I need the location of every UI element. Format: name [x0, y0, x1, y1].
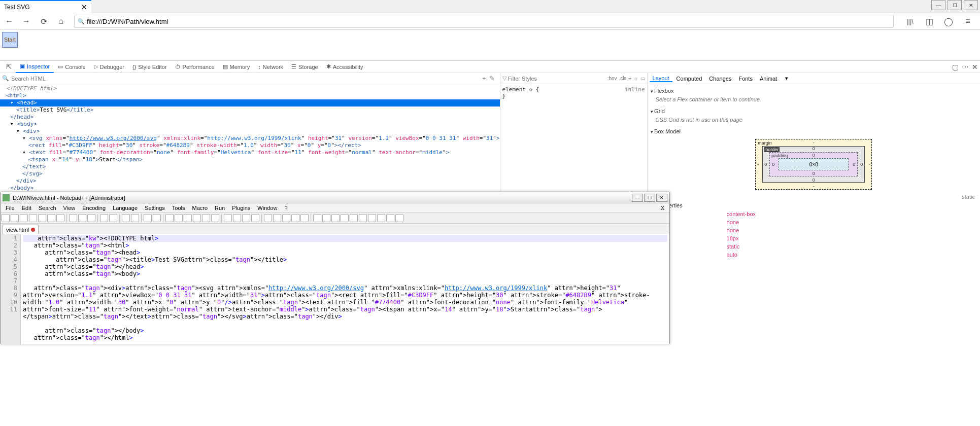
boxmodel-section[interactable]: Box Model	[651, 127, 977, 136]
tab-memory[interactable]: ▤ Memory	[219, 61, 254, 73]
close-tab-icon[interactable]: ✕	[81, 3, 87, 11]
title-node[interactable]: <title>Test SVG</title>	[0, 106, 500, 114]
head-node-selected[interactable]: ▾ <head>	[0, 99, 500, 106]
props-section[interactable]: l Properties	[651, 201, 977, 210]
npp-titlebar[interactable]: D:\WIN\view.html - Notepad++ [Administra…	[1, 192, 669, 203]
tb-close-icon[interactable]	[38, 214, 46, 222]
menu-window[interactable]: Window	[254, 205, 280, 211]
eyedropper-icon[interactable]: ✎	[489, 75, 495, 82]
tb-replace-icon[interactable]	[131, 214, 139, 222]
tb-misc8-icon[interactable]	[377, 214, 385, 222]
tb-redo-icon[interactable]	[109, 214, 117, 222]
text-close[interactable]: </text>	[0, 163, 500, 170]
tb-playmulti-icon[interactable]	[291, 214, 299, 222]
tb-zoomin-icon[interactable]	[144, 214, 152, 222]
tb-paste-icon[interactable]	[87, 214, 95, 222]
tab-inspector[interactable]: ▣ Inspector	[16, 61, 54, 73]
menu-file[interactable]: File	[3, 205, 18, 211]
close-window-icon[interactable]: ✕	[964, 0, 978, 10]
menu-icon[interactable]: ≡	[961, 14, 975, 28]
tb-cut-icon[interactable]	[69, 214, 77, 222]
menu-edit[interactable]: Edit	[19, 205, 35, 211]
tb-func-icon[interactable]	[242, 214, 250, 222]
tab-accessibility[interactable]: ✱ Accessibility	[322, 61, 367, 73]
grid-section[interactable]: Grid	[651, 106, 977, 116]
url-bar[interactable]: 🔍	[74, 15, 894, 28]
maximize-icon[interactable]: ☐	[948, 0, 962, 10]
npp-file-tab[interactable]: view.html	[3, 225, 39, 234]
tb-misc9-icon[interactable]	[386, 214, 394, 222]
filter-styles-input[interactable]	[508, 76, 605, 82]
reload-button[interactable]: ⟳	[37, 14, 51, 28]
notepadpp-window[interactable]: D:\WIN\view.html - Notepad++ [Administra…	[0, 192, 670, 344]
more-icon[interactable]: ▾	[782, 75, 791, 82]
tb-play-icon[interactable]	[282, 214, 290, 222]
tab-network[interactable]: ↕ Network	[254, 61, 287, 73]
tb-savemacro-icon[interactable]	[300, 214, 309, 222]
tb-copy-icon[interactable]	[78, 214, 86, 222]
tb-unfold-icon[interactable]	[211, 214, 219, 222]
close-devtools-icon[interactable]: ✕	[972, 63, 978, 71]
start-svg-button[interactable]: Start	[2, 32, 18, 48]
npp-maximize-icon[interactable]: ☐	[644, 194, 655, 202]
tb-fold-icon[interactable]	[202, 214, 210, 222]
menu-search[interactable]: Search	[36, 205, 59, 211]
browser-tab[interactable]: Test SVG ✕	[0, 0, 91, 13]
npp-x-label[interactable]: X	[658, 205, 667, 211]
menu-settings[interactable]: Settings	[142, 205, 168, 211]
sidebar-icon[interactable]: ◫	[922, 14, 936, 28]
home-button[interactable]: ⌂	[54, 14, 68, 28]
tb-misc6-icon[interactable]	[359, 214, 367, 222]
tb-open-icon[interactable]	[11, 214, 19, 222]
flexbox-section[interactable]: Flexbox	[651, 86, 977, 95]
menu-help[interactable]: ?	[281, 205, 290, 211]
tspan-node[interactable]: <tspan x="14" y="18">Start</tspan>	[0, 156, 500, 163]
svg-open[interactable]: ▾ <svg xmlns="http://www.w3.org/2000/svg…	[0, 135, 500, 142]
menu-language[interactable]: Language	[110, 205, 141, 211]
tb-uncomment-icon[interactable]	[233, 214, 241, 222]
svg-close[interactable]: </svg>	[0, 170, 500, 178]
minimize-icon[interactable]: —	[931, 0, 945, 10]
head-close[interactable]: </head>	[0, 114, 500, 121]
hov-toggle[interactable]: :hov	[607, 76, 617, 81]
tb-closeall-icon[interactable]	[47, 214, 55, 222]
box-model-diagram[interactable]: margin - - - - border 0 0 0 0 padding 0 …	[755, 139, 872, 190]
tab-storage[interactable]: ☰ Storage	[287, 61, 322, 73]
light-icon[interactable]: ☼	[633, 76, 638, 81]
tb-comment-icon[interactable]	[224, 214, 232, 222]
url-input[interactable]	[87, 18, 890, 25]
tb-misc7-icon[interactable]	[368, 214, 376, 222]
div-close[interactable]: </div>	[0, 178, 500, 185]
tb-misc3-icon[interactable]	[331, 214, 340, 222]
body-close[interactable]: </body>	[0, 185, 500, 192]
code-area[interactable]: attrn">class="kw"><!DOCTYPE html> attrn"…	[21, 234, 669, 344]
menu-tools[interactable]: Tools	[169, 205, 188, 211]
tb-misc1-icon[interactable]	[313, 214, 321, 222]
menu-plugins[interactable]: Plugins	[229, 205, 253, 211]
tb-saveall-icon[interactable]	[29, 214, 37, 222]
account-icon[interactable]: ◯	[941, 14, 956, 28]
add-rule-icon[interactable]: +	[629, 76, 632, 81]
tab-console[interactable]: ▭ Console	[54, 61, 89, 73]
tb-new-icon[interactable]	[2, 214, 10, 222]
computed-tab[interactable]: Computed	[673, 76, 705, 82]
div-open[interactable]: ▾ <div>	[0, 128, 500, 135]
tb-zoomout-icon[interactable]	[153, 214, 161, 222]
tb-misc4-icon[interactable]	[341, 214, 349, 222]
tb-stop-icon[interactable]	[273, 214, 281, 222]
fonts-tab[interactable]: Fonts	[735, 76, 756, 82]
pick-element-icon[interactable]: ⇱	[2, 61, 16, 73]
html-open[interactable]: <html>	[6, 92, 26, 99]
menu-run[interactable]: Run	[212, 205, 228, 211]
search-html-input[interactable]	[11, 76, 479, 82]
text-open[interactable]: ▾ <text fill="#774400" font-decoration="…	[0, 149, 500, 156]
tb-save-icon[interactable]	[20, 214, 28, 222]
options-icon[interactable]: ⋯	[962, 63, 969, 71]
npp-minimize-icon[interactable]: —	[632, 194, 643, 202]
tb-rec-icon[interactable]	[264, 214, 272, 222]
add-node-icon[interactable]: +	[482, 75, 486, 82]
npp-editor[interactable]: 1234567891011 attrn">class="kw"><!DOCTYP…	[1, 234, 669, 344]
npp-close-icon[interactable]: ✕	[656, 194, 667, 202]
tab-debugger[interactable]: ▷ Debugger	[90, 61, 128, 73]
forward-button[interactable]: →	[19, 14, 33, 28]
